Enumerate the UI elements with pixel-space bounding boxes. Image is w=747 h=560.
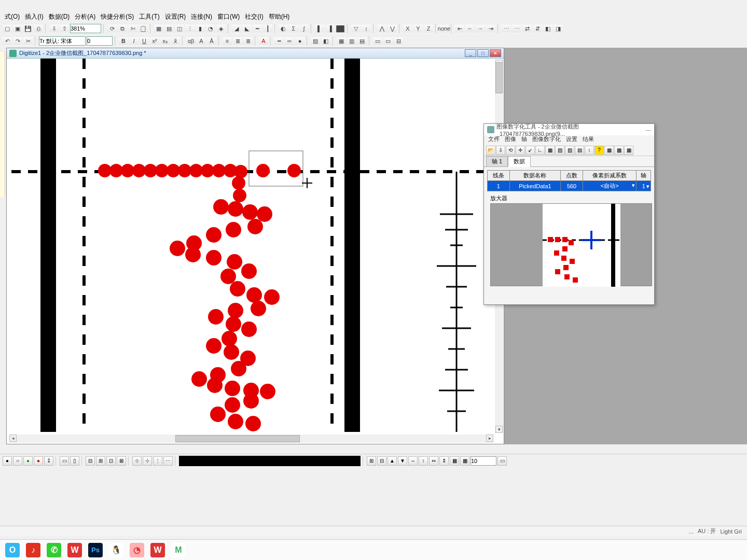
bb-size-w-icon[interactable]: ⇔ [429, 456, 438, 466]
taskbar-app-music[interactable]: ♪ [26, 543, 40, 557]
bb-layer-icon[interactable]: ▭ [497, 456, 507, 466]
dlg-more-icon[interactable]: ▦ [624, 146, 633, 155]
bb-back-icon[interactable]: ▼ [398, 456, 407, 466]
taskbar-app-browser[interactable]: O [5, 543, 20, 557]
menu-help[interactable]: 帮助(H) [267, 11, 292, 21]
col-name[interactable]: 数据名称 [509, 171, 560, 181]
bb-symbol3-icon[interactable]: ● [23, 456, 33, 466]
bar-icon[interactable]: ▮ [196, 24, 205, 33]
menu-tools[interactable]: 工具(T) [137, 11, 161, 21]
y-axis-icon[interactable]: Y [413, 24, 423, 33]
base-icon[interactable]: ⋁ [388, 24, 397, 33]
dialog-titlebar[interactable]: 图像数字化工具 - 2企业微信截图_17047877639830.png(9..… [484, 124, 654, 135]
bb-size-h-icon[interactable]: ⇕ [439, 456, 449, 466]
arrange3-icon[interactable]: ▤ [357, 36, 367, 46]
sup-icon[interactable]: x² [150, 36, 159, 46]
undo-icon[interactable]: ↶ [3, 36, 12, 46]
dlg-menu-result[interactable]: 结果 [583, 135, 594, 145]
alpha-icon[interactable]: αβ [186, 36, 196, 46]
mask-icon[interactable]: ◐ [279, 24, 288, 33]
extra2-icon[interactable]: ⋯ [512, 24, 521, 33]
scroll-left-icon[interactable]: ◂ [9, 435, 17, 442]
palette-icon[interactable]: ◧ [321, 36, 330, 46]
cell-factor-dropdown[interactable]: <自动> [583, 181, 636, 191]
sub-icon[interactable]: x₂ [160, 36, 170, 46]
col1-icon[interactable]: ▌ [315, 24, 324, 33]
marker-icon[interactable]: ● [295, 36, 305, 46]
x-axis-icon[interactable]: X [403, 24, 412, 33]
bb-insert-icon[interactable]: ↧ [44, 456, 53, 466]
print-icon[interactable]: ⎙ [34, 24, 43, 33]
clip-icon[interactable]: ✂ [23, 36, 33, 46]
fit-icon[interactable]: ∫ [299, 24, 309, 33]
dlg-crosshair-icon[interactable]: ✛ [516, 146, 525, 155]
axis-break-icon[interactable]: ⊟ [394, 36, 403, 46]
nav-next-icon[interactable]: → [476, 24, 485, 33]
align-right-icon[interactable]: ≣ [243, 36, 253, 46]
italic-button[interactable]: I [129, 36, 139, 46]
filter-icon[interactable]: ▽ [351, 24, 361, 33]
note-icon[interactable]: none [439, 24, 449, 33]
horizontal-scrollbar[interactable]: ◂ ▸ [9, 435, 493, 443]
export-icon[interactable]: ⇧ [60, 24, 69, 33]
bold-button[interactable]: B [119, 36, 128, 46]
tool-c-icon[interactable]: ━ [253, 24, 262, 33]
scroll-right-icon[interactable]: ▸ [486, 435, 493, 442]
bb-align3-icon[interactable]: ⊡ [106, 456, 116, 466]
sort-icon[interactable]: ↕ [362, 24, 371, 33]
dlg-pick-icon[interactable]: ↙ [525, 146, 535, 155]
dlg-graph-icon[interactable]: ▩ [614, 146, 624, 155]
bb-align2-icon[interactable]: ⊞ [96, 456, 105, 466]
table-icon[interactable]: ▤ [164, 24, 174, 33]
cell-axis-dropdown[interactable]: 1 [637, 181, 651, 191]
document-titlebar[interactable]: Digitize1 - 2企业微信截图_17047877639830.png *… [7, 48, 504, 59]
extra5-icon[interactable]: ◧ [543, 24, 552, 33]
col-line[interactable]: 线条 [488, 171, 510, 181]
scroll-down-icon[interactable]: ▾ [495, 426, 503, 433]
zoom-input[interactable] [70, 24, 101, 33]
menu-social[interactable]: 社交(I) [243, 11, 265, 21]
paste-icon[interactable]: 📋 [139, 24, 148, 33]
line-style-icon[interactable]: ━ [274, 36, 284, 46]
v-scroll-thumb[interactable] [495, 62, 503, 93]
nav-last-icon[interactable]: ⇥ [486, 24, 495, 33]
menu-quick[interactable]: 快捷分析(S) [99, 11, 136, 21]
dlg-import-icon[interactable]: ⇩ [496, 146, 505, 155]
open-icon[interactable]: ▣ [13, 24, 22, 33]
menu-window[interactable]: 窗口(W) [215, 11, 242, 21]
col-count[interactable]: 点数 [561, 171, 583, 181]
dlg-menu-image[interactable]: 图像 [505, 135, 516, 145]
bb-snap2-icon[interactable]: ⊹ [143, 456, 152, 466]
bb-grid2-icon[interactable]: ▦ [460, 456, 469, 466]
z-axis-icon[interactable]: Z [424, 24, 433, 33]
bb-ungroup-icon[interactable]: ⊟ [377, 456, 386, 466]
layers-icon[interactable]: ▭ [373, 36, 382, 46]
col2-icon[interactable]: ▐ [325, 24, 335, 33]
dialog-minimize-button[interactable]: — [645, 127, 651, 133]
col-factor[interactable]: 像素折减系数 [583, 171, 636, 181]
bb-rect-icon[interactable]: ▭ [60, 456, 69, 466]
dlg-grid-icon[interactable]: ▤ [575, 146, 584, 155]
extra6-icon[interactable]: ◨ [554, 24, 563, 33]
extra1-icon[interactable]: ⋯ [502, 24, 511, 33]
taskbar-app-wps2[interactable]: W [150, 543, 165, 557]
window-maximize-button[interactable]: □ [477, 49, 489, 57]
scatter-icon[interactable]: ⋮ [185, 24, 195, 33]
font-size-input[interactable] [87, 36, 113, 46]
dlg-menu-axis[interactable]: 轴 [521, 135, 527, 145]
legend-icon[interactable]: ▭ [383, 36, 393, 46]
align-left-icon[interactable]: ≡ [223, 36, 232, 46]
window-minimize-button[interactable]: _ [465, 49, 476, 57]
redo-icon[interactable]: ↷ [13, 36, 22, 46]
bb-symbol2-icon[interactable]: ○ [13, 456, 22, 466]
dlg-help-icon[interactable]: ? [594, 146, 604, 155]
dlg-table-icon[interactable]: ▦ [604, 146, 614, 155]
h-scroll-thumb[interactable] [175, 435, 300, 442]
nav-prev-icon[interactable]: ← [465, 24, 475, 33]
dlg-menu-digitize[interactable]: 图像数字化 [532, 135, 561, 145]
extra3-icon[interactable]: ⇄ [522, 24, 532, 33]
pie-icon[interactable]: ◔ [206, 24, 215, 33]
extra4-icon[interactable]: ⇵ [533, 24, 542, 33]
arrange2-icon[interactable]: ▥ [347, 36, 356, 46]
taskbar-app-wechat[interactable]: ✆ [47, 543, 61, 557]
